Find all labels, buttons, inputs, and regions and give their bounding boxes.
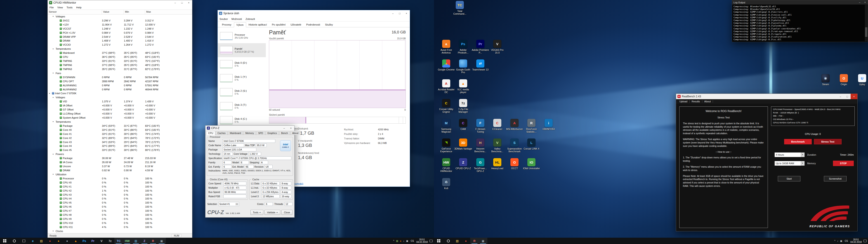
- menu-item[interactable]: Help: [74, 6, 84, 9]
- menu-item[interactable]: Results: [690, 100, 702, 103]
- stress-test-button[interactable]: Stress Test: [814, 139, 842, 144]
- menu-item[interactable]: Tools: [65, 6, 74, 9]
- firefox-taskbar-icon[interactable]: ●: [54, 238, 63, 244]
- desktop-icon[interactable]: H Heaven Benchma...: [472, 139, 489, 153]
- desktop-icon[interactable]: a Avast Free Antivirus: [438, 40, 455, 54]
- tab[interactable]: Mainboard: [228, 131, 243, 135]
- sensor-row[interactable]: ▾DRAM VPP 2.544 V 2.528 V 2.544 V: [48, 35, 192, 39]
- tab[interactable]: SPD: [256, 131, 265, 135]
- collapse-icon[interactable]: ▾: [49, 92, 51, 94]
- sensor-row[interactable]: ▾System Agent Offset +0.000 V +0.000 V +…: [48, 116, 192, 120]
- sensor-row[interactable]: ▾TMPIN5 33°C (91°F) 33°C (91°F) 75°C (16…: [48, 59, 192, 63]
- sensor-row[interactable]: ▾DRAM 1.408 V 1.400 V 1.416 V: [48, 39, 192, 43]
- desktop-icon[interactable]: HL HeavyLoad: [489, 158, 506, 170]
- sensor-row[interactable]: ▾Core #2 32°C (89°F) 29°C (84°F) 78°C (1…: [48, 136, 192, 140]
- sensor-row[interactable]: ▾Voltages: [48, 14, 192, 19]
- nvidia-tray-icon[interactable]: ▨: [396, 240, 398, 242]
- sensor-row[interactable]: ▾LLC/Ring Offset +0.000 V +0.000 V +0.00…: [48, 112, 192, 116]
- validate-button[interactable]: Validate▼: [265, 210, 280, 215]
- performance-sidebar-item[interactable]: Disk 2 (S:) 0 %: [218, 85, 266, 99]
- memory-composition-bar[interactable]: [269, 117, 406, 124]
- tools-button[interactable]: Tools▼: [250, 210, 264, 215]
- scrollbar[interactable]: [865, 5, 868, 41]
- taskbar-clock[interactable]: 20:51 04.02.2018: [850, 238, 862, 243]
- tab[interactable]: Caches: [215, 131, 228, 135]
- tab[interactable]: CPU: [206, 131, 215, 135]
- desktop-icon[interactable]: IO IObit Uninstaller: [523, 158, 540, 170]
- sensor-row[interactable]: ▾+12V 11.904 V 11.712 V 12.000 V: [48, 23, 192, 27]
- start-button[interactable]: Start: [778, 176, 800, 181]
- collapse-icon[interactable]: ▾: [53, 230, 55, 232]
- stop-button[interactable]: STOP: [833, 161, 854, 166]
- desktop-icon[interactable]: ♻ Koš: [438, 178, 455, 189]
- tab[interactable]: Bench: [279, 131, 290, 135]
- sensor-row[interactable]: ▾CPU #5 0 % 0 % 100 %: [48, 201, 192, 205]
- tab[interactable]: Podrobnosti: [304, 22, 322, 27]
- sensor-row[interactable]: ▾3VCC 3.296 V 3.284 V 3.312 V: [48, 19, 192, 23]
- screenshot-button[interactable]: Screenshot: [824, 176, 846, 181]
- sensor-row[interactable]: ▾GT Offset +0.000 V +0.000 V +0.000 V: [48, 108, 192, 112]
- maximize-button[interactable]: □: [844, 94, 850, 99]
- desktop-icon[interactable]: ● Google Chrome: [438, 59, 455, 71]
- file-explorer-taskbar-icon[interactable]: ▤: [37, 238, 46, 244]
- realbench-taskbar-icon[interactable]: R: [149, 238, 157, 244]
- column-header-min[interactable]: Min: [124, 10, 145, 14]
- collapse-icon[interactable]: ▾: [53, 48, 55, 50]
- close-button[interactable]: ×: [287, 126, 294, 130]
- close-button[interactable]: ×: [850, 94, 857, 99]
- sensor-row[interactable]: ▾IA Offset +0.000 V +0.000 V +0.000 V: [48, 103, 192, 108]
- taskbar-clock[interactable]: 20:51 04.02.2018: [416, 238, 428, 243]
- sensor-row[interactable]: ▾CPU #1 0 % 0 % 100 %: [48, 185, 192, 189]
- performance-sidebar-item[interactable]: Disk 0 (D:) 0 %: [218, 57, 266, 71]
- desktop-icon[interactable]: F F-Stream Tuning: [472, 119, 489, 133]
- desktop-icon[interactable]: M Samsung Magician: [438, 119, 455, 133]
- performance-sidebar-item[interactable]: Disk 4 (C:) 0 %: [218, 113, 266, 127]
- sensor-row[interactable]: ▾TMPIN6 37°C (98°F) 35°C (95°F) 48°C (11…: [48, 63, 192, 67]
- memory-select[interactable]: Up to 16GB RAM▼: [775, 161, 804, 165]
- sensor-row[interactable]: ▾Uncore 3.37 W 0.73 W 8.19 W: [48, 164, 192, 168]
- desktop-icon[interactable]: C CCleaner: [489, 119, 506, 130]
- start-button[interactable]: [434, 238, 443, 244]
- task-view-button[interactable]: [19, 238, 29, 244]
- desktop-icon[interactable]: 3D 3DMark Vantage: [455, 139, 472, 150]
- desktop-icon[interactable]: R RivaTuner Statistic...: [523, 119, 540, 133]
- desktop-icon[interactable]: 7z 7-Zip File Manager: [455, 99, 472, 113]
- tab[interactable]: Po spuštění: [270, 22, 288, 27]
- sensor-row[interactable]: ▾Package 30.06 W 27.48 W 215.03 W: [48, 156, 192, 160]
- task-manager-titlebar[interactable]: ▥ Správce úloh – □ ×: [218, 10, 410, 17]
- desktop-icon[interactable]: C Corsair Utility Engine: [438, 99, 455, 113]
- benchmark-button[interactable]: Benchmark: [784, 139, 812, 144]
- desktop-icon[interactable]: HW CPUID HWMonitor: [438, 158, 455, 172]
- search-button[interactable]: [9, 238, 19, 244]
- sensor-row[interactable]: ▾Fans: [48, 71, 192, 75]
- sensor-row[interactable]: ▾Core #1 33°C (91°F) 30°C (86°F) 79°C (1…: [48, 132, 192, 136]
- sensor-row[interactable]: ▾VCCIO 1.272 V 1.264 V 1.272 V: [48, 43, 192, 47]
- desktop-icon[interactable]: Google Earth Pro: [455, 59, 472, 74]
- sensor-row[interactable]: ▾CPU #2 1 % 0 % 100 %: [48, 189, 192, 193]
- collapse-icon[interactable]: ▾: [53, 72, 55, 74]
- column-header-sensor[interactable]: Sensor: [48, 10, 102, 14]
- desktop-icon[interactable]: i HWiNFO64: [540, 119, 557, 130]
- vegas-taskbar-icon[interactable]: V: [97, 238, 106, 244]
- tab[interactable]: About: [290, 131, 301, 135]
- installer-log-taskbar-icon[interactable]: ▣: [157, 238, 166, 244]
- menu-item[interactable]: About: [702, 100, 713, 103]
- sensor-row[interactable]: ▾Temperatures: [48, 47, 192, 51]
- sensor-row[interactable]: ▾VID 1.375 V 1.374 V 1.439 V: [48, 99, 192, 103]
- collapse-icon[interactable]: ▾: [53, 173, 55, 175]
- desktop-icon[interactable]: Ps Adobe Photosh...: [455, 40, 472, 54]
- desktop-icon[interactable]: V VEGAS Pro 15.0: [489, 40, 506, 54]
- desktop-icon[interactable]: A MSI Afterburner: [506, 119, 523, 130]
- sensor-row[interactable]: ▾Mainboard 37°C (98°F) 35°C (95°F) 48°C …: [48, 51, 192, 55]
- menu-item[interactable]: Soubor: [218, 18, 230, 20]
- hidden-icons-chevron[interactable]: ^: [834, 240, 835, 242]
- sensor-row[interactable]: ▾CPU #8 0 % 0 % 100 %: [48, 213, 192, 217]
- sensor-row[interactable]: ▾CPU #11 4 % 0 % 100 %: [48, 225, 192, 229]
- menu-item[interactable]: View: [56, 6, 65, 9]
- minimize-button[interactable]: –: [281, 126, 287, 130]
- close-button[interactable]: ×: [403, 10, 410, 17]
- column-header-max[interactable]: Max: [145, 10, 192, 14]
- menu-item[interactable]: Upload: [677, 100, 690, 103]
- duration-select[interactable]: 4 Hours▼: [775, 152, 804, 157]
- sensor-row[interactable]: ▾DRAM 0.92 W 0.90 W 4.59 W: [48, 168, 192, 172]
